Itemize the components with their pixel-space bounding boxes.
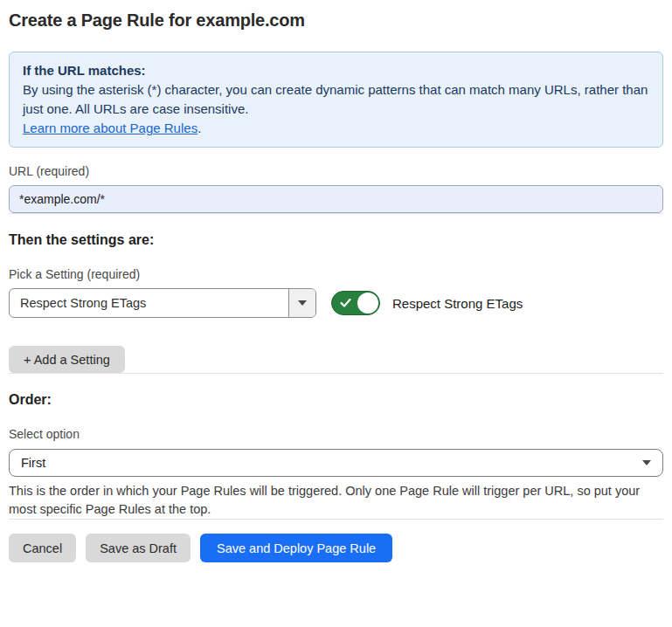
- footer-actions: Cancel Save as Draft Save and Deploy Pag…: [9, 534, 663, 562]
- link-suffix: .: [197, 121, 201, 135]
- learn-more-link[interactable]: Learn more about Page Rules: [23, 121, 197, 135]
- url-match-info-box: If the URL matches: By using the asteris…: [9, 52, 663, 148]
- save-deploy-button[interactable]: Save and Deploy Page Rule: [200, 534, 392, 562]
- order-section-heading: Order:: [9, 391, 663, 408]
- check-icon: [340, 299, 351, 308]
- info-box-link-line: Learn more about Page Rules.: [23, 119, 649, 138]
- pick-setting-label: Pick a Setting (required): [9, 267, 663, 281]
- order-description: This is the order in which your Page Rul…: [9, 482, 663, 519]
- caret-down-icon: [298, 300, 307, 306]
- cancel-button[interactable]: Cancel: [9, 534, 76, 562]
- caret-down-icon: [642, 460, 651, 465]
- save-draft-button[interactable]: Save as Draft: [86, 534, 191, 562]
- order-select[interactable]: First: [9, 449, 663, 477]
- add-setting-button[interactable]: + Add a Setting: [9, 346, 125, 373]
- page-title: Create a Page Rule for example.com: [9, 10, 663, 31]
- create-page-rule-form: Create a Page Rule for example.com If th…: [0, 0, 672, 562]
- setting-select[interactable]: Respect Strong ETags: [9, 288, 316, 318]
- setting-select-arrow-button[interactable]: [288, 289, 315, 317]
- info-box-heading: If the URL matches:: [23, 61, 649, 80]
- toggle-knob: [357, 293, 378, 314]
- settings-section-heading: Then the settings are:: [9, 231, 663, 248]
- order-select-value: First: [21, 456, 45, 470]
- setting-toggle-label: Respect Strong ETags: [392, 296, 523, 311]
- setting-toggle[interactable]: [331, 291, 380, 315]
- url-label: URL (required): [9, 164, 663, 178]
- section-divider: [9, 373, 663, 374]
- section-divider: [9, 213, 663, 214]
- info-box-body: By using the asterisk (*) character, you…: [23, 80, 649, 119]
- footer-divider: [9, 519, 663, 520]
- setting-select-value: Respect Strong ETags: [10, 289, 288, 317]
- url-input[interactable]: [9, 185, 663, 213]
- select-option-label: Select option: [9, 427, 663, 441]
- setting-row: Respect Strong ETags Respect Strong ETag…: [9, 288, 663, 318]
